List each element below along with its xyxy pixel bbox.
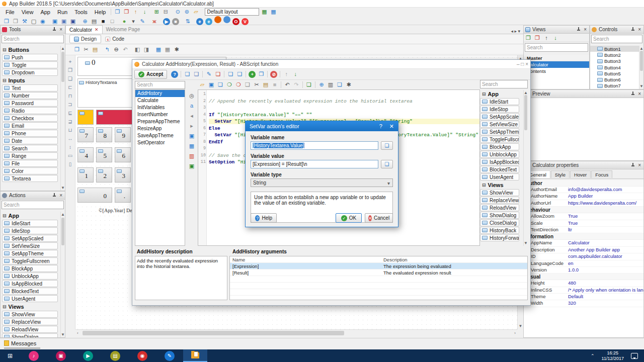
layout-select[interactable]: Default layout bbox=[205, 8, 259, 16]
list-item-blockapp[interactable]: BlockApp bbox=[2, 265, 58, 272]
actions-search-input[interactable]: Search bbox=[2, 201, 64, 209]
list-item-replaceview[interactable]: ReplaceView bbox=[2, 318, 58, 325]
list-item-showdialog[interactable]: ShowDialog bbox=[480, 212, 519, 219]
next-icon[interactable]: ▸ bbox=[187, 121, 196, 131]
list-item-isappblocked[interactable]: IsAppBlocked bbox=[480, 158, 519, 165]
function-item-insertnumber[interactable]: InsertNumber bbox=[135, 111, 185, 118]
opera-browser-icon[interactable]: O bbox=[232, 18, 239, 25]
calc-button-3[interactable]: 3 bbox=[115, 167, 131, 183]
tab-design[interactable]: Design bbox=[69, 35, 101, 43]
send-back-icon[interactable]: ❏ bbox=[66, 74, 75, 83]
pdf-export-icon[interactable]: ▥ bbox=[187, 151, 196, 161]
calc-button-0[interactable]: 0 bbox=[77, 188, 112, 203]
properties-tab-hover[interactable]: Hover bbox=[570, 170, 591, 178]
project-tree-icon[interactable]: ⊞ bbox=[152, 8, 161, 16]
help-icon[interactable]: ? bbox=[171, 71, 178, 78]
view-item-contents[interactable]: Contents bbox=[524, 68, 589, 74]
layout-save-icon[interactable]: ▦ bbox=[260, 8, 269, 16]
section-header-app[interactable]: ⊟App bbox=[1, 212, 65, 219]
monitor-icon[interactable]: ▢ bbox=[29, 18, 38, 25]
undo-icon[interactable]: ↶ bbox=[283, 81, 292, 88]
prop-group-information[interactable]: Information bbox=[524, 233, 643, 240]
list-item-idlestop[interactable]: IdleStop bbox=[480, 106, 519, 113]
list-item-blockedtext[interactable]: BlockedText bbox=[480, 166, 519, 173]
move-down-icon[interactable]: ↓ bbox=[291, 70, 300, 78]
stop-icon[interactable]: ■ bbox=[172, 18, 179, 25]
control-node-button5[interactable]: Button5 bbox=[590, 70, 639, 76]
undo-icon[interactable]: ↶ bbox=[121, 46, 130, 53]
edge-browser-icon[interactable]: e bbox=[205, 18, 212, 25]
align-bottom-icon[interactable]: ⊔ bbox=[66, 126, 75, 134]
list-item-showdialog[interactable]: ShowDialog bbox=[2, 333, 58, 337]
prop-scale[interactable]: ScaleTrue bbox=[524, 220, 643, 227]
pin-icon[interactable] bbox=[631, 92, 635, 97]
find-icon[interactable]: ◎ bbox=[187, 91, 196, 101]
dialog-help-icon[interactable]: ? bbox=[379, 123, 382, 129]
add-view-icon[interactable]: ❐ bbox=[524, 34, 533, 42]
list-item-push[interactable]: Push bbox=[2, 54, 58, 61]
control-node-button7[interactable]: Button7 bbox=[590, 83, 639, 89]
tools-scrollbar[interactable]: ▲ ▼ bbox=[60, 46, 65, 191]
menu-help[interactable]: Help bbox=[91, 9, 110, 16]
edit-value-button[interactable]: ❏ bbox=[381, 141, 393, 150]
save-icon[interactable]: ▣ bbox=[207, 81, 216, 88]
prop-appname[interactable]: AppNameCalculator bbox=[524, 240, 643, 246]
actions-scrollbar[interactable]: ▲ ▼ bbox=[60, 212, 65, 337]
list-item-historyback[interactable]: HistoryBack bbox=[480, 227, 519, 234]
menu-view[interactable]: View bbox=[18, 9, 37, 16]
cut-icon[interactable]: ✂ bbox=[82, 46, 91, 53]
open-icon[interactable]: ▱ bbox=[198, 81, 207, 88]
function-new-icon[interactable]: ❏ bbox=[183, 70, 192, 78]
games-app-icon[interactable]: ◉ bbox=[137, 351, 147, 361]
sort-arrows-icon[interactable]: ⇅ bbox=[183, 18, 192, 25]
align-right-icon[interactable]: ⊐ bbox=[66, 100, 75, 109]
duplicate-icon[interactable]: ❐ bbox=[257, 70, 266, 78]
function-search-input[interactable]: Search bbox=[135, 81, 185, 89]
same-width-icon[interactable]: ↔ bbox=[66, 134, 75, 143]
close-icon[interactable]: × bbox=[638, 27, 641, 32]
print-icon[interactable]: ▥ bbox=[326, 81, 335, 88]
menu-file[interactable]: File bbox=[2, 9, 18, 16]
zoom-icon[interactable]: ⊕ bbox=[80, 18, 90, 25]
snap-icon[interactable]: ▦ bbox=[163, 46, 172, 53]
list-item-replaceview[interactable]: ReplaceView bbox=[480, 197, 519, 204]
tab-calculator[interactable]: Calculator ✕ bbox=[65, 25, 103, 34]
insert-icon[interactable]: ❏ bbox=[304, 81, 313, 88]
list-item-reloadview[interactable]: ReloadView bbox=[480, 204, 519, 211]
calc-button-5[interactable]: 5 bbox=[96, 147, 112, 162]
list-item-togglefullscreen[interactable]: ToggleFullscreen bbox=[2, 257, 58, 264]
window-controls[interactable]: – □ × bbox=[517, 61, 528, 67]
function-item-saveapptheme[interactable]: SaveAppTheme bbox=[135, 132, 185, 139]
tab-welcome-page[interactable]: Welcome Page bbox=[103, 25, 144, 34]
tab-close-icon[interactable]: ✕ bbox=[95, 27, 99, 32]
setvar-dialog-titlebar[interactable]: SetVar action's editor ? ✕ bbox=[246, 121, 398, 131]
list-item-setappscaled[interactable]: SetAppScaled bbox=[2, 235, 58, 242]
list-item-checkbox[interactable]: Checkbox bbox=[2, 115, 58, 122]
list-item-unblockapp[interactable]: UnblockApp bbox=[480, 151, 519, 158]
function-item-resizeapp[interactable]: ResizeApp bbox=[135, 125, 185, 132]
list-item-showview[interactable]: ShowView bbox=[2, 311, 58, 318]
control-node-button4[interactable]: Button4 bbox=[590, 64, 639, 70]
run-icon[interactable]: ▶ bbox=[163, 18, 170, 25]
redo-icon[interactable]: ↷ bbox=[292, 81, 301, 88]
function-window-titlebar[interactable]: Calculator AddHistory(Expression, Result… bbox=[132, 60, 530, 69]
list-item-date[interactable]: Date bbox=[2, 137, 58, 144]
prop-group-behaviour[interactable]: Behaviour bbox=[524, 207, 643, 213]
template-icon[interactable]: ❏ bbox=[243, 81, 252, 88]
lock-icon[interactable]: ◧ bbox=[133, 46, 142, 53]
new-window-icon[interactable]: ❐ bbox=[2, 18, 11, 25]
list-item-textarea[interactable]: Textarea bbox=[2, 175, 58, 182]
calc-button-6[interactable]: 6 bbox=[115, 147, 131, 162]
dialog-actions-search-input[interactable]: Search bbox=[480, 80, 528, 88]
replace-icon[interactable]: a bbox=[187, 101, 196, 111]
open-folder-icon[interactable]: ▱ bbox=[191, 8, 200, 16]
align-center-icon[interactable]: ⊓ bbox=[66, 92, 75, 100]
dialog-actions-scrollbar[interactable]: ▲ ▼ bbox=[523, 90, 528, 246]
control-node-button2[interactable]: Button2 bbox=[590, 52, 639, 58]
menu-app[interactable]: App bbox=[37, 9, 54, 16]
search-files-icon[interactable]: ⊙ bbox=[173, 8, 182, 16]
calc-button-blank[interactable] bbox=[77, 110, 94, 125]
settings-icon[interactable]: ✱ bbox=[172, 46, 181, 53]
section-header-views[interactable]: ⊟Views bbox=[1, 303, 65, 310]
pin-icon[interactable] bbox=[631, 163, 635, 168]
